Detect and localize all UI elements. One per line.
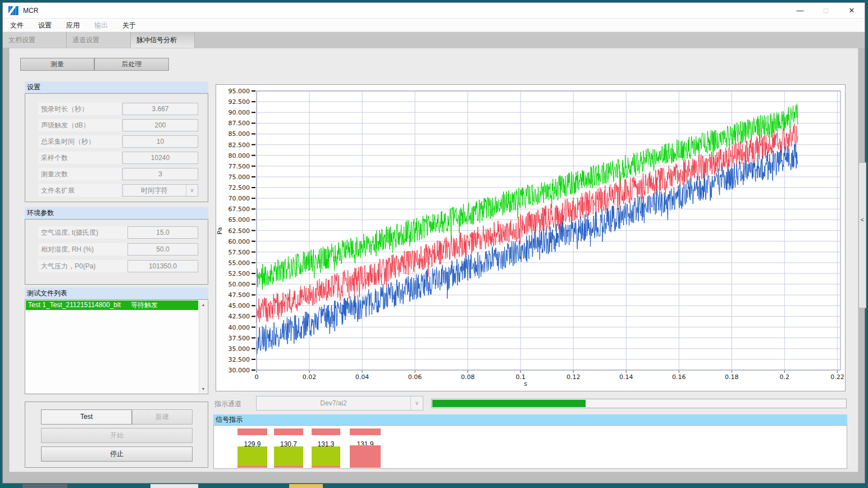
- field-row: 测量次数3: [25, 168, 208, 180]
- subtab-measure[interactable]: 测量: [20, 58, 94, 71]
- x-tick-label: 0.06: [408, 373, 422, 381]
- field-row: 声级触发（dB）200: [25, 119, 208, 131]
- menu-item-apply[interactable]: 应用: [59, 19, 87, 32]
- y-tick-label: 82.500: [229, 142, 250, 149]
- indicator-channel-select[interactable]: Dev7/ai2 ∨: [256, 396, 423, 411]
- y-tick-label: 45.000: [229, 302, 250, 309]
- signal-level-block-ok: [312, 446, 340, 468]
- settings-header: 设置: [25, 81, 208, 93]
- app-icon: [8, 6, 19, 15]
- chevron-down-icon: ∨: [186, 185, 198, 196]
- file-status: 等待触发: [131, 300, 158, 310]
- select-value: 时间字符: [123, 185, 186, 196]
- file-name: Test 1_Test_211215114800_blt: [28, 300, 121, 310]
- app-window: MCR — □ ✕ 文件设置应用输出关于 文档设置通道设置脉冲信号分析 测量 后…: [2, 2, 865, 484]
- scroll-up-icon[interactable]: ▲: [199, 300, 207, 309]
- y-tick-label: 60.000: [229, 238, 250, 245]
- field-label: 相对湿度, RH (%): [38, 243, 127, 256]
- y-tick-label: 50.000: [229, 281, 250, 288]
- field-input[interactable]: 10: [122, 135, 198, 148]
- tab-doc-settings[interactable]: 文档设置: [3, 32, 67, 48]
- field-row: 采样个数10240: [25, 152, 208, 164]
- menu-item-settings[interactable]: 设置: [31, 19, 59, 32]
- signal-chart: 00.020.040.060.080.10.120.140.160.180.20…: [216, 85, 845, 391]
- menu-item-file[interactable]: 文件: [3, 19, 31, 32]
- tab-bar: 文档设置通道设置脉冲信号分析: [3, 32, 865, 48]
- signal-top-bar: [274, 428, 303, 435]
- x-tick-label: 0.18: [725, 373, 739, 381]
- x-tick-label: 0.2: [780, 373, 790, 381]
- field-input[interactable]: 3: [122, 168, 198, 180]
- title-bar: MCR — □ ✕: [3, 3, 865, 19]
- signal-level-block-ok: [274, 446, 303, 468]
- window-title: MCR: [23, 7, 38, 15]
- desktop-icons-fragment: [150, 484, 198, 488]
- field-input[interactable]: 200: [122, 119, 198, 131]
- close-button[interactable]: ✕: [839, 3, 865, 19]
- field-label: 总采集时间（秒）: [38, 135, 121, 148]
- signal-cell: 130.7: [274, 426, 303, 469]
- x-tick-label: 0.14: [619, 373, 633, 381]
- close-icon: ✕: [849, 6, 855, 15]
- x-tick-label: 0.02: [303, 373, 317, 381]
- chevron-left-icon: <: [861, 217, 864, 223]
- field-input[interactable]: 3.667: [122, 103, 198, 115]
- y-tick-label: 75.000: [229, 174, 250, 181]
- signal-top-bar: [350, 428, 381, 435]
- y-tick-label: 30.000: [229, 367, 250, 374]
- file-list-scrollbar[interactable]: ▲ ▼: [199, 300, 207, 393]
- desktop-background: MCR — □ ✕ 文件设置应用输出关于 文档设置通道设置脉冲信号分析 测量 后…: [0, 0, 868, 488]
- field-label: 文件名扩展: [38, 184, 121, 197]
- tab-pulse-signal-analysis[interactable]: 脉冲信号分析: [131, 32, 195, 48]
- x-tick-label: 0.04: [355, 373, 369, 381]
- field-input[interactable]: 101350.0: [127, 260, 198, 272]
- main-content: 测量 后处理 设置 预录时长（秒）3.667声级触发（dB）200总采集时间（秒…: [9, 48, 858, 472]
- indicator-channel-value: Dev7/ai2: [257, 396, 410, 410]
- field-row: 相对湿度, RH (%)50.0: [25, 243, 208, 256]
- panel-collapse-handle[interactable]: <: [858, 162, 866, 308]
- test-file-list[interactable]: Test 1_Test_211215114800_blt等待触发 ▲ ▼: [25, 299, 208, 394]
- y-tick-label: 65.000: [229, 216, 250, 224]
- field-input[interactable]: 15.0: [127, 226, 198, 239]
- field-label: 空气温度, t(摄氏度): [38, 226, 127, 239]
- desktop-icons-fragment: [289, 484, 323, 488]
- chart-panel: 00.020.040.060.080.10.120.140.160.180.20…: [216, 84, 846, 391]
- new-button[interactable]: 新建: [132, 409, 193, 425]
- x-tick-label: 0.22: [830, 373, 844, 381]
- scroll-down-icon[interactable]: ▼: [199, 385, 207, 393]
- progress-fill: [432, 400, 586, 407]
- y-tick-label: 70.000: [229, 195, 250, 202]
- desktop-icons-fragment: [22, 484, 67, 488]
- y-tick-label: 52.500: [229, 270, 250, 277]
- subtab-post-process[interactable]: 后处理: [94, 58, 169, 71]
- y-tick-label: 32.500: [229, 356, 250, 363]
- field-label: 采样个数: [38, 152, 121, 164]
- menu-item-output: 输出: [87, 19, 115, 32]
- stop-button[interactable]: 停止: [41, 446, 193, 462]
- signal-cell: 131.9: [350, 426, 381, 469]
- start-button[interactable]: 开始: [41, 428, 193, 443]
- test-name-field[interactable]: Test: [41, 409, 132, 425]
- maximize-button[interactable]: □: [813, 3, 839, 19]
- filename-extension-select[interactable]: 时间字符∨: [122, 184, 198, 197]
- menu-item-about[interactable]: 关于: [115, 19, 143, 32]
- y-tick-label: 67.500: [229, 206, 250, 213]
- tab-channel-settings[interactable]: 通道设置: [67, 32, 131, 48]
- indicator-channel-label: 指示通道: [214, 399, 241, 409]
- file-list-header: 测试文件列表: [25, 288, 208, 299]
- y-tick-label: 87.500: [229, 120, 250, 127]
- maximize-icon: □: [824, 6, 828, 15]
- y-tick-label: 47.500: [229, 291, 250, 299]
- minimize-button[interactable]: —: [787, 3, 813, 19]
- y-tick-label: 92.500: [229, 98, 250, 106]
- field-input[interactable]: 10240: [122, 152, 198, 164]
- field-row: 文件名扩展时间字符∨: [25, 184, 208, 197]
- y-tick-label: 42.500: [229, 313, 250, 320]
- settings-box: 预录时长（秒）3.667声级触发（dB）200总采集时间（秒）10采样个数102…: [25, 93, 208, 202]
- y-tick-label: 35.000: [229, 345, 250, 353]
- field-input[interactable]: 50.0: [127, 243, 198, 256]
- file-list-item[interactable]: Test 1_Test_211215114800_blt等待触发: [26, 300, 198, 310]
- signal-cell: 129.9: [237, 426, 267, 469]
- y-tick-label: 77.500: [229, 163, 250, 170]
- y-tick-label: 40.000: [229, 324, 250, 331]
